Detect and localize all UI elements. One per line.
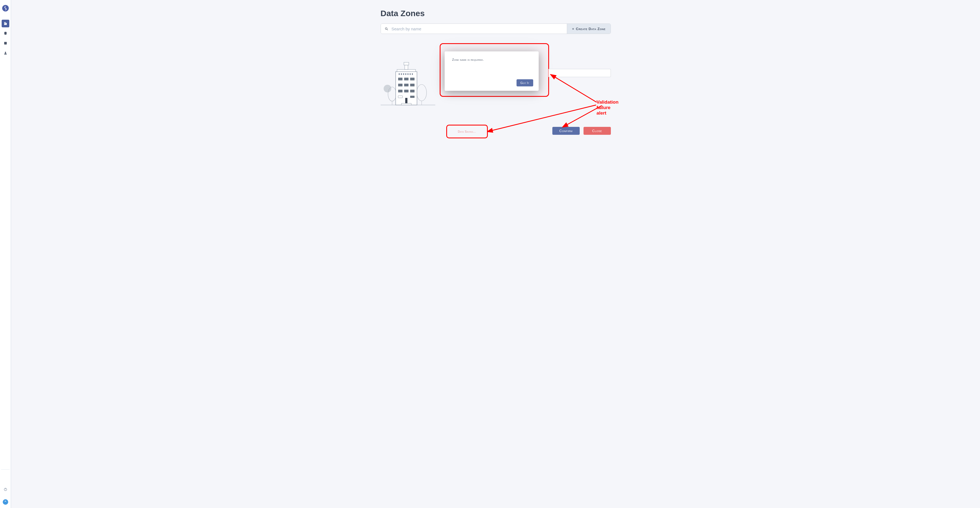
modal-message: Zone name is required.: [452, 58, 533, 61]
annotation-label: Validation failure alert: [597, 100, 619, 116]
plus-icon: +: [572, 27, 574, 31]
svg-line-45: [566, 105, 602, 125]
svg-point-15: [417, 84, 426, 101]
svg-rect-28: [410, 73, 411, 75]
svg-rect-27: [407, 73, 409, 75]
validation-modal: Zone name is required. Got It: [445, 51, 539, 91]
data-saving-text: Data Saving...: [458, 130, 476, 133]
close-button[interactable]: Close: [584, 127, 611, 135]
svg-rect-38: [410, 90, 415, 92]
svg-rect-34: [404, 84, 409, 86]
svg-point-14: [383, 85, 391, 92]
svg-rect-33: [398, 84, 402, 86]
help-badge-icon[interactable]: [3, 499, 8, 505]
main-content: Data Zones + Create Data Zone: [11, 0, 980, 508]
svg-rect-42: [401, 104, 411, 105]
svg-rect-40: [410, 96, 415, 98]
svg-rect-24: [401, 73, 402, 75]
svg-rect-0: [4, 22, 5, 25]
search-input[interactable]: [391, 27, 563, 31]
building-illustration: [380, 61, 435, 108]
svg-rect-32: [410, 78, 415, 80]
svg-rect-23: [399, 73, 400, 75]
search-box[interactable]: [381, 24, 567, 33]
svg-rect-36: [398, 90, 402, 92]
search-icon: [385, 27, 388, 30]
sidebar: [0, 0, 11, 508]
svg-rect-30: [398, 78, 402, 80]
svg-rect-29: [412, 73, 413, 75]
svg-point-17: [388, 87, 396, 101]
svg-point-11: [385, 28, 387, 30]
search-create-row: + Create Data Zone: [380, 24, 611, 34]
page-title: Data Zones: [380, 9, 611, 18]
svg-line-43: [554, 76, 597, 102]
svg-rect-22: [404, 62, 409, 65]
create-button-label: Create Data Zone: [576, 27, 605, 31]
create-data-zone-button[interactable]: + Create Data Zone: [567, 24, 611, 33]
svg-rect-37: [404, 90, 409, 92]
app-logo-icon[interactable]: [2, 5, 9, 11]
confirm-button[interactable]: Confirm: [552, 127, 580, 135]
annotation-highlight-saving: Data Saving...: [446, 125, 488, 139]
svg-rect-5: [5, 23, 5, 24]
svg-rect-39: [398, 96, 402, 98]
svg-rect-20: [397, 70, 415, 72]
nav-database-icon[interactable]: [2, 30, 9, 37]
annotation-arrow-to-confirm: [562, 104, 606, 129]
nav-external-link-icon[interactable]: [2, 39, 9, 47]
svg-point-8: [5, 52, 6, 53]
power-icon[interactable]: [2, 486, 9, 493]
svg-rect-25: [403, 73, 404, 75]
annotation-arrow-to-modal: [547, 72, 602, 105]
svg-rect-1: [5, 23, 6, 25]
nav-building-icon[interactable]: [2, 20, 9, 27]
svg-rect-35: [410, 84, 415, 86]
svg-rect-26: [405, 73, 406, 75]
svg-rect-7: [4, 42, 6, 44]
action-buttons: Confirm Close: [552, 127, 611, 135]
nav-user-icon[interactable]: [2, 49, 9, 57]
svg-rect-31: [404, 78, 409, 80]
svg-rect-21: [405, 65, 408, 70]
got-it-button[interactable]: Got It: [517, 79, 533, 86]
input-field-partial[interactable]: [549, 69, 611, 77]
svg-line-12: [387, 29, 388, 30]
